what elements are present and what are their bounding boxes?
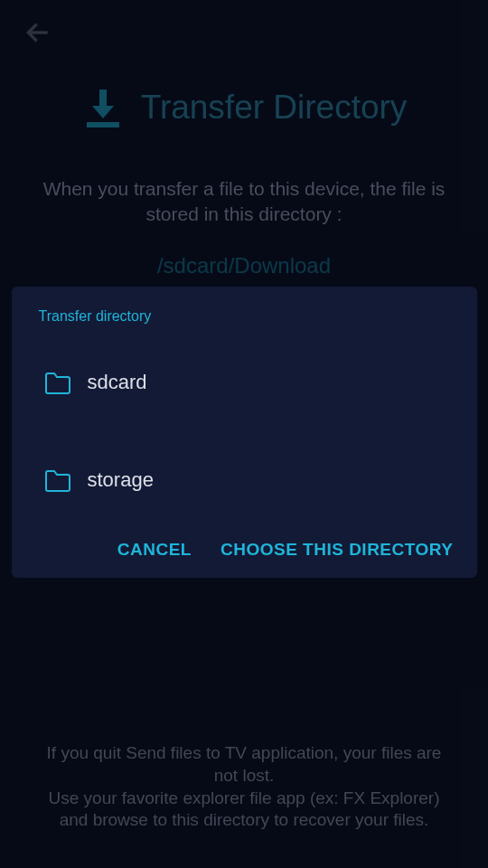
dialog-title: Transfer directory	[12, 308, 477, 325]
folder-list: sdcard storage	[12, 370, 477, 529]
cancel-button[interactable]: CANCEL	[117, 540, 192, 560]
choose-directory-button[interactable]: CHOOSE THIS DIRECTORY	[221, 540, 454, 560]
folder-label: storage	[88, 468, 154, 492]
folder-item-storage[interactable]: storage	[23, 431, 466, 529]
folder-label: sdcard	[88, 371, 147, 394]
dialog-overlay: Transfer directory sdcard storage	[0, 0, 488, 868]
folder-icon	[44, 370, 71, 395]
dialog: Transfer directory sdcard storage	[12, 287, 477, 578]
folder-item-sdcard[interactable]: sdcard	[23, 370, 466, 431]
folder-icon	[44, 467, 71, 493]
dialog-actions: CANCEL CHOOSE THIS DIRECTORY	[12, 529, 477, 560]
